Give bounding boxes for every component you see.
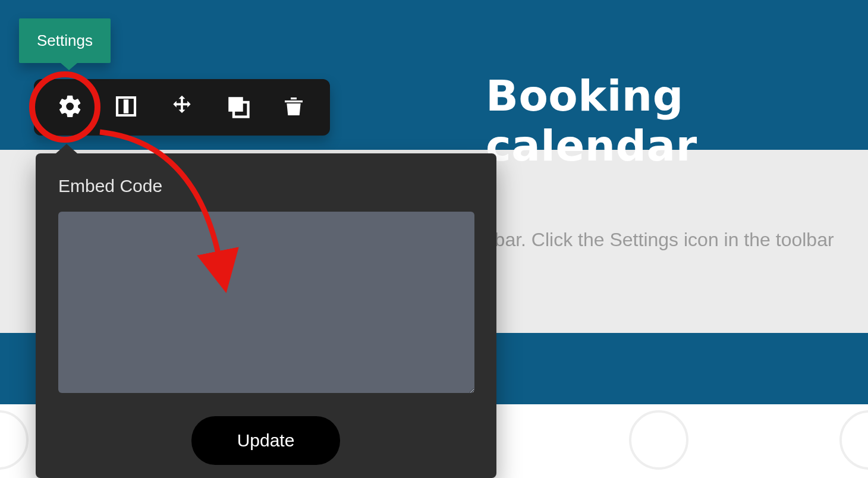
gear-icon [57,93,83,122]
svg-rect-0 [124,99,128,113]
tooltip-label: Settings [37,32,93,49]
embed-code-textarea[interactable] [58,212,474,393]
column-button[interactable] [103,85,149,130]
move-button[interactable] [159,85,205,130]
decorative-circle [839,410,868,470]
element-toolbar [34,79,330,136]
settings-button[interactable] [48,85,93,130]
tooltip-settings: Settings [19,18,111,63]
trash-icon [282,95,306,121]
embed-code-label: Embed Code [58,176,162,196]
decorative-circle [629,410,688,470]
update-button[interactable]: Update [191,416,340,465]
decorative-circle [0,410,29,470]
move-icon [169,93,195,122]
column-icon [114,95,138,121]
duplicate-button[interactable] [215,85,260,130]
instruction-text: toolbar. Click the Settings icon in the … [464,229,834,251]
settings-panel: Embed Code Update [36,153,496,478]
delete-button[interactable] [271,85,316,130]
svg-rect-1 [228,97,243,112]
page-title: Booking calendar [486,71,868,171]
duplicate-icon [225,94,250,121]
